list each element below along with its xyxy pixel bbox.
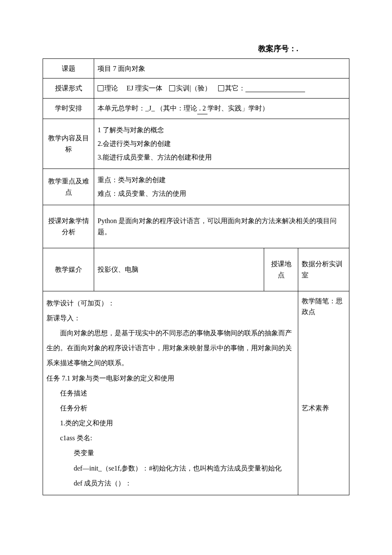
content-goal-value: 1 了解类与对象的概念 2.会进行类与对象的创建 3.能进行成员变量、方法的创建… xyxy=(94,119,349,169)
schedule-practice-blank: 」 xyxy=(242,105,248,112)
schedule-mid2: 学时、实践 xyxy=(208,105,242,112)
intro-heading: 新课导入： xyxy=(46,314,81,322)
key-line: 重点：类与对象的创建 xyxy=(98,176,166,183)
schedule-value: 本单元总学时：_J_ （其中：理论. 2学时、实践」学时） xyxy=(94,98,349,119)
topic-label: 课题 xyxy=(43,58,94,78)
media-value: 投影仪、电脑 xyxy=(94,248,264,291)
schedule-prefix: 本单元总学时： xyxy=(98,105,145,112)
intro-text: 面向对象的思想，是基于现实中的不同形态的事物及事物间的联系的抽象而产生的。在面向… xyxy=(46,325,294,371)
difficulty-line: 难点：成员变量、方法的使用 xyxy=(98,190,186,197)
goal-line-2: 2.会进行类与对象的创建 xyxy=(98,140,171,147)
option-theory: 理论 xyxy=(104,84,118,92)
task-desc: 任务描述 xyxy=(46,386,294,401)
media-label: 教学媒介 xyxy=(43,248,94,291)
checkbox-theory[interactable] xyxy=(98,85,104,91)
key-difficulty-label: 教学重点及难点 xyxy=(43,169,94,205)
checkbox-training[interactable] xyxy=(169,85,175,91)
lesson-plan-table: 课题 项目 7 面向对象 授课形式 理论 EJ 理实一体 实训|（验） 其它： … xyxy=(43,58,349,495)
other-blank[interactable] xyxy=(245,85,305,92)
teaching-design: 教学设计（可加页）： 新课导入： 面向对象的思想，是基于现实中的不同形态的事物及… xyxy=(43,291,298,495)
option-other: 其它： xyxy=(225,84,245,92)
location-value: 数据分析实训室 xyxy=(298,248,349,291)
option-integrated-prefix: EJ xyxy=(127,84,133,92)
teach-form-label: 授课形式 xyxy=(43,78,94,99)
teach-form-value: 理论 EJ 理实一体 实训|（验） 其它： xyxy=(94,78,349,99)
classvar-line: 类变量 xyxy=(46,445,294,460)
option-integrated: 理实一体 xyxy=(135,84,162,92)
topic-value: 项目 7 面向对象 xyxy=(94,58,349,78)
learner-value: Python 是面向对象的程序设计语言，可以用面向对象的方法来解决相关的项目问题… xyxy=(94,205,349,248)
task-analyze: 任务分析 xyxy=(46,401,294,416)
learner-label: 授课对象学情分析 xyxy=(43,205,94,248)
method-line: def 成员方法（）： xyxy=(46,476,294,491)
notes-item1: 艺术素养 xyxy=(302,403,346,414)
schedule-theory-hours: . 2 xyxy=(197,103,208,114)
content-goal-label: 教学内容及目标 xyxy=(43,119,94,169)
option-training: 实训|（验） xyxy=(176,84,211,92)
goal-line-3: 3.能进行成员变量、方法的创建和使用 xyxy=(98,154,212,161)
location-label: 授课地点 xyxy=(264,248,298,291)
teaching-notes: 教学随笔：思政点 艺术素养 xyxy=(298,291,349,495)
notes-heading: 教学随笔：思政点 xyxy=(302,297,343,316)
schedule-label: 学时安排 xyxy=(43,98,94,119)
key-difficulty-value: 重点：类与对象的创建 难点：成员变量、方法的使用 xyxy=(94,169,349,205)
goal-line-1: 1 了解类与对象的概念 xyxy=(98,126,164,134)
checkbox-other[interactable] xyxy=(218,85,224,91)
class-def-title: 1.类的定义和使用 xyxy=(46,416,294,430)
schedule-total: _J_ xyxy=(145,105,155,112)
schedule-suffix: 学时） xyxy=(248,105,269,112)
design-title: 教学设计（可加页）： xyxy=(46,299,115,307)
sequence-number: 教案序号：. xyxy=(43,43,298,55)
init-line: def—init_（se1f,参数）：#初始化方法，也叫构造方法成员变量初始化 xyxy=(46,461,294,476)
class-line: c1ass 类名: xyxy=(46,430,294,445)
schedule-mid: （其中：理论 xyxy=(156,105,197,112)
task-heading: 任务 7.1 对象与类一电影对象的定义和使用 xyxy=(46,375,174,382)
